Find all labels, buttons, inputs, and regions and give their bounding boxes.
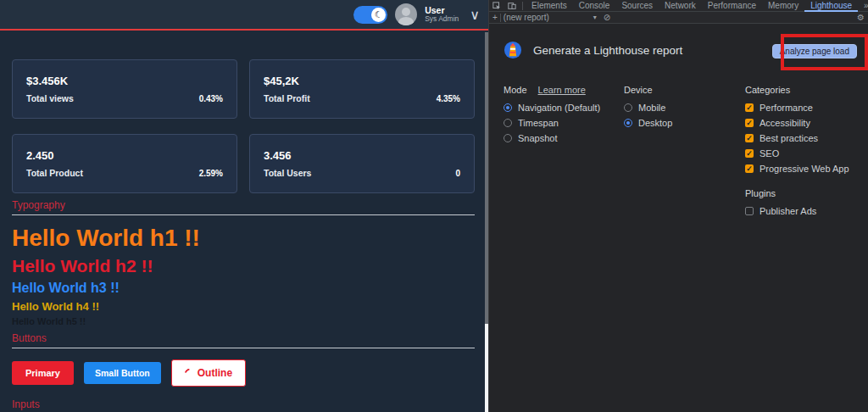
stat-card-profit: $45,2K Total Profit 4.35% [249, 59, 475, 119]
stat-label: Total views [26, 93, 74, 103]
mode-label: ModeLearn more [504, 85, 624, 95]
inputs-section-label: Inputs [12, 398, 475, 410]
more-tabs-icon[interactable]: » [858, 0, 868, 12]
divider [12, 214, 475, 215]
new-report-plus-icon[interactable]: + [492, 13, 498, 22]
spinner-icon [183, 367, 195, 379]
outline-button-label: Outline [198, 367, 232, 379]
inspect-element-icon[interactable] [489, 2, 504, 10]
chevron-down-icon[interactable]: ∨ [470, 7, 480, 23]
tab-elements[interactable]: Elements [526, 0, 573, 12]
checkbox-icon [745, 164, 754, 173]
radio-icon [504, 134, 512, 142]
radio-navigation[interactable]: Navigation (Default) [504, 103, 624, 113]
stat-percent: 0.43% [199, 94, 223, 103]
checkbox-icon [745, 103, 754, 112]
checkbox-icon [745, 134, 754, 142]
clear-reports-icon[interactable]: ⊘ [604, 13, 610, 22]
typography-section-label: Typography [12, 199, 475, 211]
radio-timespan[interactable]: Timespan [504, 118, 624, 128]
checkbox-performance[interactable]: Performance [745, 103, 856, 113]
radio-snapshot[interactable]: Snapshot [504, 133, 624, 143]
page-content: $3.456K Total views 0.43% $45,2K Total P… [0, 59, 488, 412]
divider [500, 14, 501, 22]
buttons-section-label: Buttons [12, 332, 475, 344]
radio-icon [624, 119, 632, 127]
tab-network[interactable]: Network [659, 0, 702, 12]
web-page: ☾ User Sys Admin ∨ $3.456K Total views 0… [0, 0, 488, 412]
stat-value: $3.456K [26, 75, 223, 87]
categories-label: Categories [745, 85, 856, 95]
tab-sources[interactable]: Sources [615, 0, 659, 12]
stat-percent: 0 [455, 169, 460, 178]
page-header: ☾ User Sys Admin ∨ [0, 0, 488, 31]
checkbox-publisher-ads[interactable]: Publisher Ads [745, 206, 856, 216]
user-menu[interactable]: User Sys Admin [425, 6, 459, 24]
checkbox-accessibility[interactable]: Accessibility [745, 118, 856, 128]
device-label: Device [624, 85, 745, 95]
avatar[interactable] [395, 3, 417, 25]
devtools-panel: Elements Console Sources Network Perform… [488, 0, 868, 412]
report-selector[interactable]: (new report) ▾ [504, 13, 597, 22]
checkbox-seo[interactable]: SEO [745, 148, 856, 159]
checkbox-pwa[interactable]: Progressive Web App [745, 164, 856, 174]
heading-h4: Hello World h4 !! [12, 300, 475, 313]
stat-card-users: 3.456 Total Users 0 [249, 134, 475, 193]
lighthouse-title: Generate a Lighthouse report [533, 44, 682, 57]
dropdown-arrow-icon: ▾ [593, 14, 597, 21]
stat-value: 2.450 [26, 149, 223, 162]
report-selector-value: (new report) [504, 13, 549, 22]
user-role: Sys Admin [425, 15, 459, 23]
small-button[interactable]: Small Button [84, 362, 161, 384]
heading-h2: Hello World h2 !! [12, 256, 475, 276]
outline-button[interactable]: Outline [171, 359, 246, 387]
learn-more-link[interactable]: Learn more [538, 85, 586, 95]
stat-cards: $3.456K Total views 0.43% $45,2K Total P… [12, 59, 475, 193]
stat-label: Total Profit [264, 93, 310, 103]
devtools-tabbar: Elements Console Sources Network Perform… [489, 0, 868, 12]
tab-console[interactable]: Console [573, 0, 616, 12]
stat-card-views: $3.456K Total views 0.43% [12, 59, 237, 119]
checkbox-best-practices[interactable]: Best practices [745, 133, 856, 143]
divider [12, 348, 475, 348]
tab-performance[interactable]: Performance [702, 0, 762, 12]
stat-value: 3.456 [264, 149, 460, 162]
heading-h3: Hello World h3 !! [12, 281, 475, 296]
lighthouse-logo-icon [504, 41, 522, 59]
stat-card-product: 2.450 Total Product 2.59% [12, 134, 237, 193]
stat-value: $45,2K [264, 75, 460, 87]
primary-button[interactable]: Primary [12, 361, 74, 385]
radio-icon [504, 103, 512, 112]
checkbox-icon [745, 119, 754, 127]
tab-lighthouse[interactable]: Lighthouse [804, 0, 858, 12]
radio-desktop[interactable]: Desktop [624, 118, 745, 128]
radio-icon [504, 119, 512, 127]
analyze-page-load-button[interactable]: Analyze page load [772, 44, 857, 58]
stat-percent: 2.59% [199, 169, 223, 178]
dark-mode-toggle[interactable]: ☾ [353, 6, 387, 24]
moon-icon: ☾ [371, 8, 386, 22]
radio-icon [624, 103, 632, 112]
checkbox-icon [745, 149, 754, 158]
tab-memory[interactable]: Memory [762, 0, 804, 12]
lighthouse-settings-gear-icon[interactable]: ⚙ [857, 13, 865, 22]
stat-label: Total Product [26, 168, 83, 178]
lighthouse-toolbar: + (new report) ▾ ⊘ ⚙ [489, 12, 868, 24]
stat-label: Total Users [264, 168, 311, 178]
stat-percent: 4.35% [437, 94, 460, 103]
plugins-label: Plugins [745, 188, 856, 198]
heading-h5: Hello World h5 !! [12, 316, 475, 326]
device-toolbar-icon[interactable] [504, 2, 520, 10]
radio-mobile[interactable]: Mobile [624, 103, 745, 113]
heading-h1: Hello World h1 !! [12, 225, 475, 252]
checkbox-icon [745, 207, 754, 215]
divider [522, 2, 523, 10]
